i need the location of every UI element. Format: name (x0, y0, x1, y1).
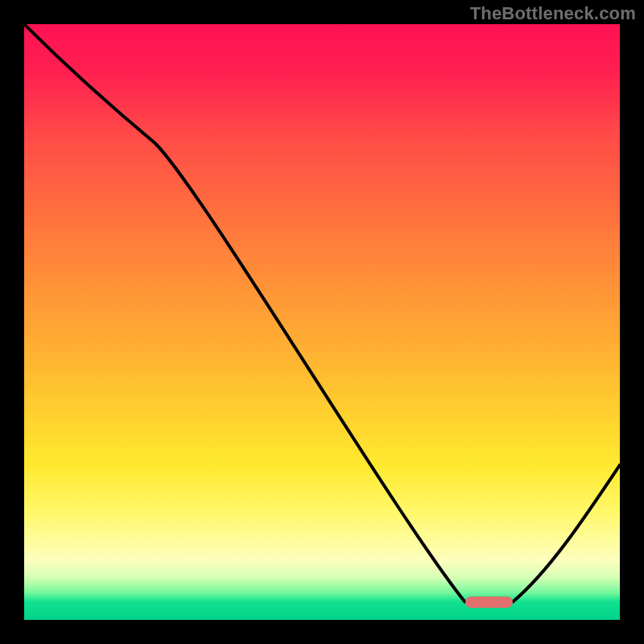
bottleneck-curve (24, 24, 620, 620)
chart-frame: TheBottleneck.com (0, 0, 644, 644)
plot-area (24, 24, 620, 620)
watermark-text: TheBottleneck.com (470, 3, 636, 24)
optimal-marker (465, 597, 513, 608)
